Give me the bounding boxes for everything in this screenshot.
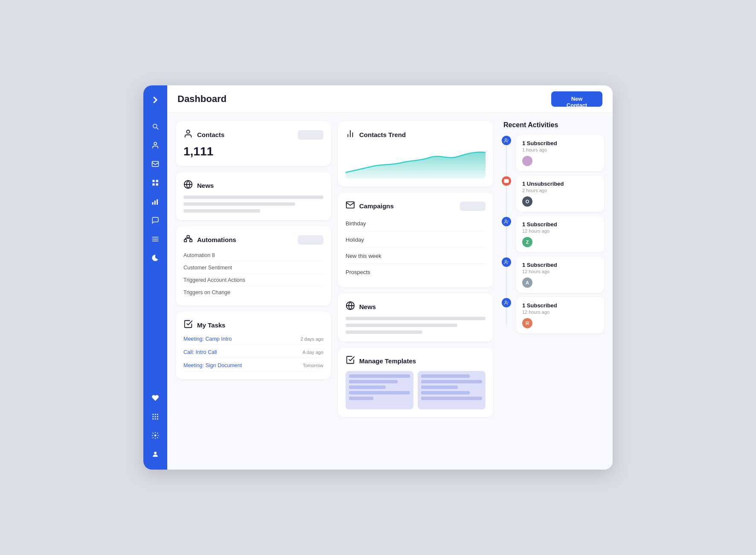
campaigns-card: Campaigns Birthday Holiday New this week… [338,193,493,287]
task-item-0[interactable]: Meeting: Camp Intro 2 days ago [183,333,323,345]
activity-label-1: 1 Unsubscribed [522,181,598,187]
news-right-icon [346,301,355,313]
svg-rect-4 [156,184,158,186]
new-contact-button[interactable]: New Contact [551,91,602,107]
svg-point-18 [155,418,156,420]
template-thumb-1 [346,371,413,409]
template-row [349,386,386,389]
news-left-title: News [197,182,214,189]
activity-time-3: 12 hours ago [522,269,598,274]
sidebar-item-settings[interactable] [147,427,164,444]
header: Dashboard New Contact [167,85,613,113]
svg-rect-6 [154,201,156,205]
activity-card-4: 1 Subscribed 12 hours ago R [516,297,604,333]
activity-avatar-4: R [522,318,532,328]
svg-rect-1 [152,180,154,182]
template-row [421,380,482,383]
automation-list: Automation 8 Customer Sentiment Triggere… [183,250,323,298]
svg-point-11 [152,414,154,415]
activity-dot-2 [502,217,511,226]
svg-rect-5 [152,202,154,205]
left-columns: Contacts 1,111 [176,121,493,461]
app-container: Dashboard New Contact [143,85,613,470]
svg-point-17 [152,418,154,420]
svg-point-16 [157,416,158,418]
template-thumb-2 [418,371,486,409]
sidebar-item-favorites[interactable] [147,389,164,406]
automations-title: Automations [197,236,236,243]
activities-panel: Recent Activities 1 Subscribed 1 hours a… [502,121,604,461]
task-item-2[interactable]: Meeting: Sign Document Tomorrow [183,360,323,371]
template-row [421,397,482,400]
activity-time-0: 1 hours ago [522,147,598,152]
templates-preview [346,371,486,409]
sidebar-item-contacts[interactable] [147,137,164,154]
campaign-item-0[interactable]: Birthday [346,216,486,231]
campaigns-icon [346,200,355,212]
sidebar-item-messages[interactable] [147,212,164,229]
campaigns-title: Campaigns [359,202,394,210]
activity-card-0: 1 Subscribed 1 hours ago [516,135,604,171]
campaign-item-2[interactable]: New this week [346,248,486,264]
sidebar-item-apps[interactable] [147,408,164,425]
task-item-1[interactable]: Call: Intro Call A day ago [183,347,323,358]
campaign-item-1[interactable]: Holiday [346,232,486,248]
template-row [349,391,410,394]
activity-avatar-1: O [522,196,532,207]
sidebar-item-pie[interactable] [147,249,164,266]
activity-card-3: 1 Subscribed 12 hours ago A [516,257,604,293]
template-row [421,391,470,394]
news-right-title-row: News [346,301,486,313]
task-name-2: Meeting: Sign Document [183,362,242,368]
activity-card-1: 1 Unsubscribed 2 hours ago O [516,175,604,212]
task-name-0: Meeting: Camp Intro [183,336,232,342]
news-card-left: News [176,172,331,220]
trend-icon [346,129,355,140]
templates-card: Manage Templates [338,348,493,417]
trend-card: Contacts Trend [338,121,493,187]
automation-item-1[interactable]: Customer Sentiment [183,262,323,274]
automations-card: Automations Automation 8 Customer Sentim… [176,226,331,306]
news-lines-right [346,317,486,334]
trend-chart [346,145,486,179]
tasks-icon [183,319,193,331]
news-line-r2 [346,324,457,327]
activity-avatar-0 [522,156,532,166]
template-row [349,397,373,400]
activity-label-3: 1 Subscribed [522,262,598,268]
automation-item-3[interactable]: Triggers on Change [183,287,323,298]
sidebar-item-search[interactable] [147,118,164,135]
campaign-item-3[interactable]: Prospects [346,265,486,280]
tasks-list: Meeting: Camp Intro 2 days ago Call: Int… [183,333,323,371]
task-name-1: Call: Intro Call [183,349,217,355]
automations-badge [298,235,323,245]
sidebar-item-user-profile[interactable] [147,446,164,463]
activity-list: 1 Subscribed 1 hours ago 1 Unsubscribed … [502,135,604,333]
activity-dot-0 [502,136,511,145]
news-line-r1 [346,317,486,320]
contacts-count: 1,111 [183,145,323,158]
templates-title-row: Manage Templates [346,355,486,367]
contacts-card-header: Contacts [183,129,323,140]
contacts-icon [183,129,193,140]
automations-header: Automations [183,234,323,245]
sidebar-item-list[interactable] [147,231,164,248]
sidebar-item-email[interactable] [147,155,164,172]
news-right-title: News [359,303,376,310]
automation-item-0[interactable]: Automation 8 [183,250,323,261]
automation-item-2[interactable]: Triggered Account Actions [183,275,323,286]
sidebar-logo[interactable] [148,92,163,108]
sidebar-item-chart[interactable] [147,193,164,210]
activity-label-2: 1 Subscribed [522,221,598,228]
sidebar-item-grid[interactable] [147,174,164,191]
campaigns-title-row: Campaigns [346,200,394,212]
svg-rect-7 [157,199,158,205]
activity-item-0: 1 Subscribed 1 hours ago [502,135,604,171]
activity-dot-3 [502,257,511,267]
contacts-title-row: Contacts [183,129,224,140]
templates-title: Manage Templates [359,357,416,365]
activity-label-0: 1 Subscribed [522,140,598,146]
contacts-card: Contacts 1,111 [176,121,331,166]
campaigns-header: Campaigns [346,200,486,212]
svg-rect-3 [152,184,154,186]
